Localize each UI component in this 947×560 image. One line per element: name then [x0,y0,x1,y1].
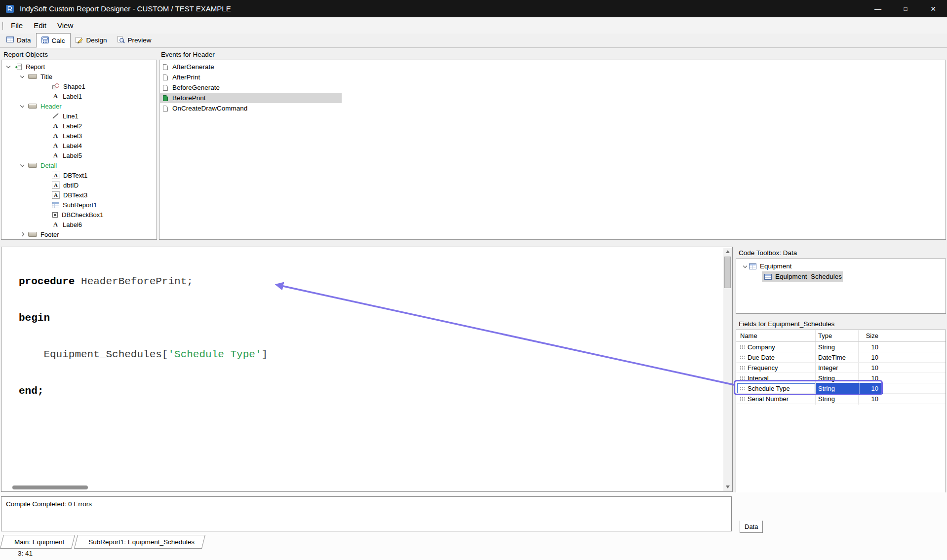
event-page-icon [162,105,168,112]
tree-item-title[interactable]: Title [1,72,157,81]
code-toolbox-label: Code Toolbox: Data [739,249,797,257]
tab-data[interactable]: Data [1,33,36,47]
label-icon [52,221,59,228]
tab-main-equipment[interactable]: Main: Equipment [3,535,75,549]
tree-item-dbtext1[interactable]: DBText1 [1,170,157,180]
chevron-down-icon[interactable] [18,75,26,78]
tree-item-label2[interactable]: Label2 [1,121,157,131]
menu-bar: File Edit View [0,17,947,34]
band-icon [28,232,37,237]
tree-item-dbtid[interactable]: dbtID [1,180,157,190]
field-row-due-date[interactable]: Due Date DateTime 10 [736,352,946,363]
tree-item-line1[interactable]: Line1 [1,111,157,121]
drag-handle-icon[interactable] [740,366,745,370]
line-icon [52,112,59,119]
event-item-beforegenerate[interactable]: BeforeGenerate [159,82,946,93]
chevron-down-icon[interactable] [18,163,26,167]
report-tab-bar: Main: Equipment SubReport1: Equipment_Sc… [3,535,208,549]
label-icon [52,93,59,100]
shape-icon [52,83,60,90]
drag-handle-icon[interactable] [740,376,745,380]
drag-handle-icon[interactable] [740,355,745,360]
fields-header: Name Type Size [736,330,946,342]
tab-preview[interactable]: Preview [112,33,157,47]
table-icon [749,263,756,269]
vertical-scrollbar[interactable] [723,248,732,491]
scroll-up-arrow[interactable] [723,248,732,256]
tab-design[interactable]: Design [71,33,112,47]
label-icon [52,132,59,140]
tree-item-detail[interactable]: Detail [1,160,157,170]
scrollbar-thumb[interactable] [724,257,731,288]
code-text[interactable]: procedure HeaderBeforePrint; begin Equip… [1,247,721,421]
event-item-aftergenerate[interactable]: AfterGenerate [159,62,946,72]
drag-handle-icon[interactable] [740,345,745,349]
report-objects-tree: Report Title Shape1 Label1 Header Line1 … [1,60,157,240]
compile-status-box: Compile Completed: 0 Errors [1,496,732,531]
checkbox-icon [52,212,58,218]
event-item-oncreatedrawcommand[interactable]: OnCreateDrawCommand [159,103,946,113]
cursor-position: 3: 41 [18,550,33,557]
event-page-icon [162,64,168,71]
view-tab-bar: Data Calc Design Preview [0,34,947,48]
tree-item-label4[interactable]: Label4 [1,141,157,150]
minimize-button[interactable]: — [864,0,892,17]
menu-view[interactable]: View [52,17,79,34]
menu-grip [2,22,3,30]
tree-item-label6[interactable]: Label6 [1,220,157,229]
tree-item-dbcheckbox1[interactable]: DBCheckBox1 [1,210,157,220]
menu-edit[interactable]: Edit [28,17,52,34]
column-header-size[interactable]: Size [860,332,878,339]
horizontal-scrollbar-thumb[interactable] [12,485,88,489]
toolbox-item-equipment-schedules[interactable]: Equipment_Schedules [736,271,946,282]
tree-item-shape1[interactable]: Shape1 [1,81,157,91]
chevron-down-icon[interactable] [18,104,26,108]
string-literal: 'Schedule Type' [168,349,261,360]
column-header-name[interactable]: Name [740,332,757,339]
chevron-down-icon[interactable] [4,65,12,69]
tab-calc[interactable]: Calc [36,33,71,48]
tree-item-dbtext3[interactable]: DBText3 [1,190,157,200]
field-row-company[interactable]: Company String 10 [736,342,946,352]
band-icon [28,163,37,168]
field-row-frequency[interactable]: Frequency Integer 10 [736,363,946,373]
table-icon [764,274,772,280]
event-page-icon-green [162,95,168,102]
chevron-down-icon[interactable] [741,264,749,268]
editor-divider [532,248,532,482]
app-icon [5,4,15,14]
band-icon [28,74,37,79]
scroll-down-arrow[interactable] [723,483,732,491]
tree-item-subreport1[interactable]: SubReport1 [1,200,157,210]
maximize-button[interactable]: □ [892,0,919,17]
event-item-beforeprint[interactable]: BeforePrint [159,93,946,103]
chevron-right-icon[interactable] [18,233,26,236]
report-icon [14,63,22,71]
close-button[interactable]: ✕ [919,0,947,17]
tab-subreport1-equipment-schedules[interactable]: SubReport1: Equipment_Schedules [78,535,205,549]
tree-item-header[interactable]: Header [1,101,157,111]
field-row-interval[interactable]: Interval String 10 [736,373,946,383]
tree-item-label1[interactable]: Label1 [1,91,157,101]
tree-item-label3[interactable]: Label3 [1,131,157,141]
code-editor[interactable]: procedure HeaderBeforePrint; begin Equip… [1,247,733,492]
label-icon [52,142,59,149]
field-row-serial-number[interactable]: Serial Number String 10 [736,394,946,404]
tree-item-report[interactable]: Report [1,62,157,72]
toolbox-tab-data[interactable]: Data [740,521,763,533]
tree-item-footer[interactable]: Footer [1,229,157,239]
title-bar: IndySoft Custom Report Designer - CUSTOM… [0,0,947,17]
event-item-afterprint[interactable]: AfterPrint [159,72,946,82]
field-row-schedule-type[interactable]: Schedule Type String 10 [736,383,946,394]
toolbox-item-equipment[interactable]: Equipment [736,261,946,271]
column-header-type[interactable]: Type [818,332,832,339]
drag-handle-icon[interactable] [740,386,745,391]
menu-file[interactable]: File [5,17,28,34]
data-tab-icon [6,37,14,44]
tree-item-label5[interactable]: Label5 [1,150,157,160]
compile-message: Compile Completed: 0 Errors [6,500,92,508]
design-tab-icon [76,36,83,45]
drag-handle-icon[interactable] [740,397,745,401]
calc-tab-icon [41,37,49,45]
window-title: IndySoft Custom Report Designer - CUSTOM… [20,4,231,13]
